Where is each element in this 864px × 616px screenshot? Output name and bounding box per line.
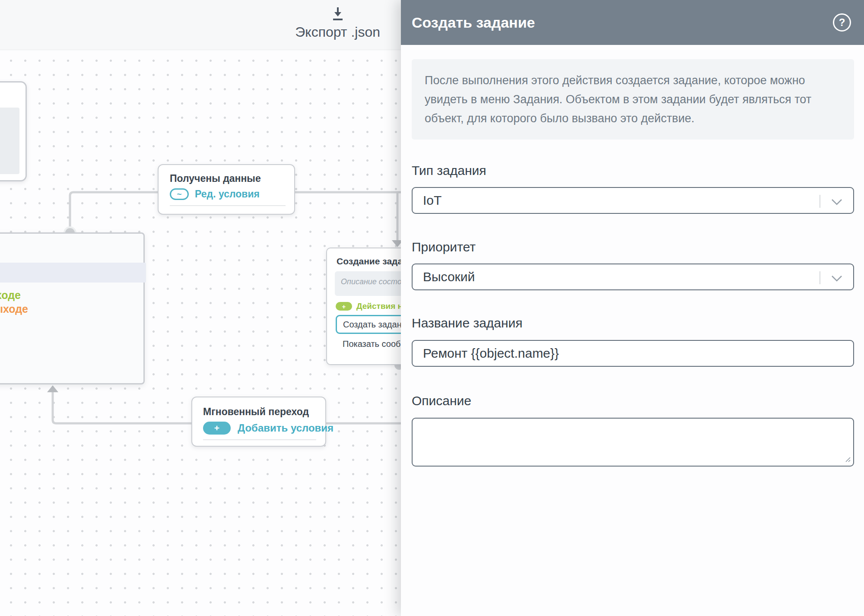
action-description-note: После выполнения этого действия создаетс… xyxy=(412,59,854,140)
arrowhead-down xyxy=(392,240,401,247)
node-divider xyxy=(203,439,316,440)
priority-select[interactable]: Высокий xyxy=(412,264,854,290)
task-type-value: IoT xyxy=(423,193,442,208)
priority-label: Приоритет xyxy=(412,240,854,254)
export-json-button[interactable]: Экспорт .json xyxy=(295,6,380,40)
task-type-select[interactable]: IoT xyxy=(412,187,854,214)
priority-value: Высокий xyxy=(423,270,475,284)
description-textarea[interactable] xyxy=(412,418,854,467)
state-node-main[interactable]: Действия на входе Действия на выходе xyxy=(0,232,145,384)
task-name-label: Название задания xyxy=(412,316,854,330)
select-divider xyxy=(820,271,820,284)
node-title: Мгновенный переход xyxy=(203,406,309,418)
plus-icon: + xyxy=(203,422,231,435)
description-label: Описание xyxy=(412,394,854,408)
edit-conditions-link[interactable]: ~ Ред. условия xyxy=(170,188,260,200)
transition-node-instant[interactable]: Мгновенный переход + Добавить условия xyxy=(191,397,326,447)
arrowhead-up xyxy=(47,385,58,392)
panel-header: Создать задание ? xyxy=(401,0,864,45)
chevron-down-icon xyxy=(831,199,842,205)
task-type-label: Тип задания xyxy=(412,163,854,178)
panel-body: После выполнения этого действия создаетс… xyxy=(401,59,864,467)
app-root: Получены данные ~ Ред. условия Действия … xyxy=(0,0,864,616)
panel-title: Создать задание xyxy=(412,14,535,31)
chevron-down-icon xyxy=(831,275,842,282)
download-icon xyxy=(330,6,346,22)
task-name-input[interactable] xyxy=(412,340,854,367)
flow-editor-canvas: Получены данные ~ Ред. условия Действия … xyxy=(0,0,401,616)
help-icon[interactable]: ? xyxy=(833,13,851,32)
exit-actions-label: Действия на выходе xyxy=(0,303,28,315)
select-divider xyxy=(820,195,820,208)
entry-actions-label: Действия на входе xyxy=(0,289,21,302)
add-conditions-link[interactable]: + Добавить условия xyxy=(203,422,334,435)
state-node-partial[interactable] xyxy=(0,81,27,181)
editor-toolbar: Экспорт .json xyxy=(0,0,401,50)
condition-badge-icon: ~ xyxy=(170,188,189,200)
export-json-label: Экспорт .json xyxy=(295,24,380,40)
plus-icon: + xyxy=(336,302,352,311)
selected-action-row[interactable] xyxy=(0,263,146,283)
add-conditions-label: Добавить условия xyxy=(238,422,334,434)
transition-node-received-data[interactable]: Получены данные ~ Ред. условия xyxy=(158,164,295,215)
state-node-inner-block xyxy=(0,108,19,174)
create-task-panel: Создать задание ? После выполнения этого… xyxy=(401,0,864,616)
edit-conditions-label: Ред. условия xyxy=(195,188,260,200)
node-title: Получены данные xyxy=(170,173,261,184)
node-divider xyxy=(170,205,286,206)
